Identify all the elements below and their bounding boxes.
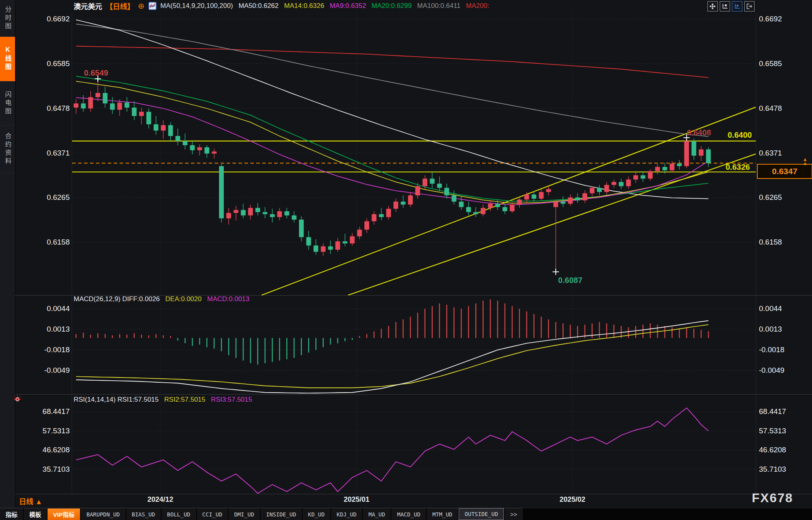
axis-label: 0.6158: [759, 238, 782, 247]
recent-high-label: 0.6408: [687, 128, 711, 137]
axis-label: 0.0013: [23, 325, 70, 334]
ma-value-label: MA(50,14,9,20,100,200): [160, 2, 233, 10]
axis-label: 0.6371: [23, 149, 70, 158]
axis-label: 0.0044: [23, 304, 70, 313]
axis-label: 35.7103: [23, 465, 70, 474]
resistance-level-label: 0.6400: [728, 131, 752, 140]
support-level-label: 0.6326: [726, 163, 750, 172]
tab-ma_ud[interactable]: MA_UD: [363, 508, 391, 520]
axis-label: 68.4417: [759, 407, 786, 416]
trendlines-and-levels: [72, 107, 756, 295]
axis-label: -0.0049: [759, 366, 784, 375]
ma-value-label: MA20:0.6299: [372, 2, 412, 10]
last-price-box: 0.6347: [757, 164, 812, 179]
swing-high-label: 0.6549: [84, 68, 108, 78]
tab-inside_ud[interactable]: INSIDE_UD: [261, 508, 302, 520]
indicator-value-label: RSI(14,14,14) RSI1:57.5015: [74, 396, 159, 404]
ma-values: MA(50,14,9,20,100,200)MA50:0.6262MA14:0.…: [160, 2, 489, 10]
axis-label: 0.6478: [759, 104, 782, 113]
ma-value-label: MA200:: [466, 2, 490, 10]
titlebar: 澳元美元 【日线】 ⊕ MA(50,14,9,20,100,200)MA50:0…: [74, 1, 489, 11]
axis-label: 0.6478: [23, 104, 70, 113]
tab-vip-[interactable]: VIP指标: [48, 508, 80, 520]
candles-layer: [74, 79, 711, 272]
axis-label: 0.6371: [759, 149, 782, 158]
axis-label: 0.6265: [759, 193, 782, 202]
tab--[interactable]: >>: [505, 508, 523, 520]
tab-outside_ud[interactable]: OUTSIDE_UD: [459, 508, 504, 520]
swing-low-label: 0.6087: [558, 276, 582, 285]
date-label: 2025/01: [344, 495, 370, 504]
chart-toolbar: [707, 1, 755, 11]
axis-label: 57.5313: [23, 427, 70, 435]
ma9-line: [76, 98, 709, 205]
axis-label: 46.6208: [759, 446, 786, 454]
macd-header: MACD(26,12,9) DIFF:0.0026DEA:0.0020MACD:…: [74, 295, 250, 303]
macd-histogram: [76, 300, 708, 365]
axis-label: -0.0018: [23, 345, 70, 354]
ma-value-label: MA9:0.6352: [330, 2, 366, 10]
axis-label: 0.6585: [23, 59, 70, 68]
date-label: 2024/12: [147, 495, 173, 504]
ma-value-label: MA14:0.6326: [284, 2, 324, 10]
ma-value-label: MA50:0.6262: [238, 2, 278, 10]
axis-label: 46.6208: [23, 446, 70, 454]
add-overlay-icon[interactable]: ⊕: [138, 2, 145, 10]
chart-canvas[interactable]: [0, 0, 812, 520]
date-label: 2025/02: [560, 495, 585, 504]
axis-label: 57.5313: [759, 427, 786, 435]
tab--[interactable]: 模板: [24, 508, 47, 520]
axis-label: 0.0044: [759, 304, 782, 313]
indicator-value-label: RSI2:57.5015: [164, 396, 206, 404]
tab-bias_ud[interactable]: BIAS_UD: [126, 508, 161, 520]
indicator-value-label: DEA:0.0020: [165, 295, 202, 303]
period-badge: 【日线】: [106, 1, 134, 11]
pan-icon[interactable]: [707, 1, 718, 11]
exit-icon[interactable]: [744, 1, 755, 11]
axis-label: 0.6585: [759, 59, 782, 68]
tab-kdj_ud[interactable]: KDJ_UD: [331, 508, 362, 520]
indicator-tabbar: 指标模板VIP指标BARUPDN_UDBIAS_UDBOLL_UDCCI_UDD…: [0, 508, 812, 520]
axis-label: -0.0018: [759, 345, 784, 354]
period-selector[interactable]: 日线 ▲: [19, 496, 42, 506]
ma14-line: [76, 81, 709, 203]
axis-label: 0.6265: [23, 193, 70, 202]
axis-label: 35.7103: [759, 465, 786, 474]
rsi-header: RSI(14,14,14) RSI1:57.5015RSI2:57.5015RS…: [74, 396, 252, 404]
price-up-arrow-icon: ▲▲: [802, 158, 808, 165]
gridlines: [72, 12, 756, 494]
indicator-value-label: MACD(26,12,9) DIFF:0.0026: [74, 295, 160, 303]
chart-type-icon[interactable]: [148, 2, 157, 10]
rsi-line: [76, 408, 709, 493]
tab--[interactable]: 指标: [0, 508, 23, 520]
tab-macd_ud[interactable]: MACD_UD: [391, 508, 426, 520]
ma100-line: [76, 24, 709, 137]
tab-dmi_ud[interactable]: DMI_UD: [229, 508, 260, 520]
tab-barupdn_ud[interactable]: BARUPDN_UD: [81, 508, 125, 520]
axis-label: 68.4417: [23, 407, 70, 416]
tab-mtm_ud[interactable]: MTM_UD: [427, 508, 458, 520]
ma-value-label: MA100:0.6411: [417, 2, 460, 10]
axis-label: 0.0013: [759, 325, 782, 334]
symbol-name: 澳元美元: [74, 1, 102, 11]
axis-label: 0.6158: [23, 238, 70, 247]
tab-kd_ud[interactable]: KD_UD: [303, 508, 330, 520]
axis-label: -0.0049: [23, 366, 70, 375]
ma-lines: [76, 20, 709, 205]
axis-label: 0.6692: [759, 15, 782, 23]
panel-dividers: [15, 12, 812, 494]
ma200-line: [76, 46, 709, 78]
tab-cci_ud[interactable]: CCI_UD: [197, 508, 228, 520]
alert-blink-icon: [13, 395, 22, 405]
indicator-value-label: RSI3:57.5015: [211, 396, 252, 404]
axis-label: 0.6692: [23, 15, 70, 23]
indicator-value-label: MACD:0.0013: [207, 295, 250, 303]
axis-setting-icon[interactable]: [720, 1, 730, 11]
watermark: FX678: [752, 491, 793, 505]
tab-boll_ud[interactable]: BOLL_UD: [162, 508, 196, 520]
axis-scale-active-icon[interactable]: [732, 1, 742, 11]
